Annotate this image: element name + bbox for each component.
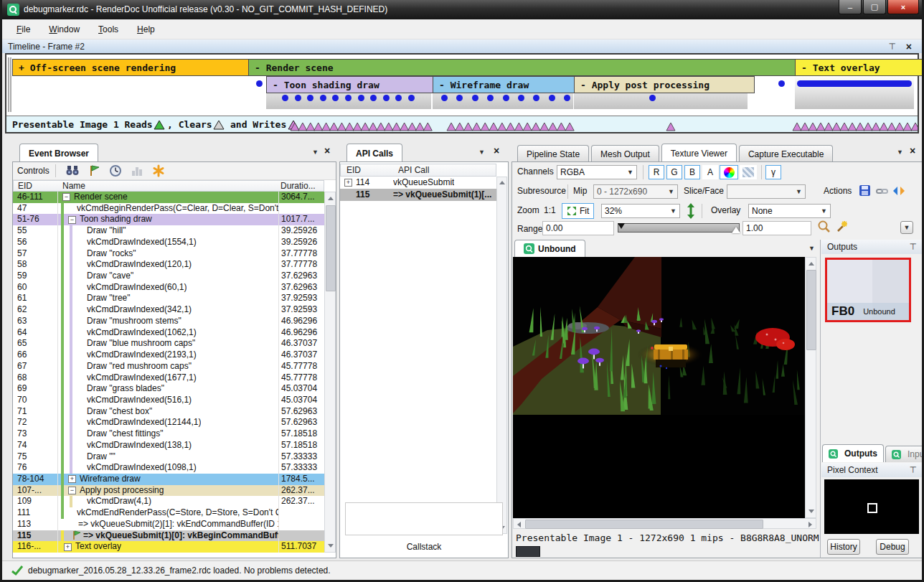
event-row[interactable]: 51-76−Toon shading draw1017.7... bbox=[13, 214, 324, 225]
tab-pipeline-state[interactable]: Pipeline State bbox=[517, 145, 589, 163]
timeline-bar[interactable]: - Render scene bbox=[248, 59, 801, 76]
channel-g-button[interactable]: G bbox=[666, 165, 682, 179]
debug-button[interactable]: Debug bbox=[876, 539, 909, 555]
minimize-button[interactable]: – bbox=[839, 0, 862, 14]
api-calls-column-header[interactable]: EID API Call bbox=[340, 164, 496, 177]
event-row[interactable]: 71Draw "chest box"57.62963 bbox=[13, 406, 324, 418]
right-panel-menu-caret-icon[interactable]: ▼ bbox=[897, 149, 903, 156]
tab-api-calls[interactable]: API Calls bbox=[346, 144, 402, 162]
close-icon[interactable]: × bbox=[906, 43, 912, 50]
right-panel-close-icon[interactable]: × bbox=[910, 147, 915, 154]
event-row[interactable]: 62vkCmdDrawIndexed(342,1)37.92593 bbox=[13, 304, 324, 316]
save-icon[interactable] bbox=[858, 184, 872, 198]
event-row[interactable]: 109vkCmdDraw(4,1)262.37... bbox=[13, 496, 324, 507]
event-row[interactable]: 116-...+Text overlay511.7037 bbox=[13, 541, 324, 553]
event-browser-column-header[interactable]: EID Name Duratio... bbox=[13, 180, 324, 192]
texture-image-area[interactable] bbox=[513, 257, 805, 518]
timeline-grip[interactable] bbox=[8, 57, 9, 112]
event-row[interactable]: 69Draw "grass blades"45.03704 bbox=[13, 383, 324, 395]
fit-button[interactable]: Fit bbox=[562, 203, 594, 219]
event-row[interactable]: 63Draw "mushroom stems"46.96296 bbox=[13, 316, 324, 327]
slice-face-dropdown[interactable]: ▼ bbox=[727, 184, 806, 199]
expand-toggle[interactable]: + bbox=[64, 543, 72, 551]
zoom-range-icon[interactable] bbox=[817, 220, 831, 234]
api-calls-menu-caret-icon[interactable]: ▼ bbox=[478, 149, 485, 156]
preview-tabs-caret-icon[interactable]: ▼ bbox=[808, 245, 815, 252]
timeline-grip2[interactable] bbox=[10, 57, 11, 112]
timeline-bar[interactable]: - Text overlay bbox=[795, 59, 924, 76]
zoom-1to1-button[interactable]: 1:1 bbox=[544, 205, 556, 215]
event-row[interactable]: 107-...−Apply post processing262.37... bbox=[13, 485, 324, 497]
event-row[interactable]: 111vkCmdEndRenderPass(C=Store, D=Store, … bbox=[13, 507, 324, 519]
range-white-handle[interactable] bbox=[732, 227, 740, 233]
timeline-bar[interactable]: - Toon shading draw bbox=[266, 76, 438, 93]
pixel-context-pin-icon[interactable]: ⊤ bbox=[910, 465, 917, 475]
event-row[interactable]: 47vkCmdBeginRenderPass(C=Clear, D=Clear,… bbox=[13, 203, 324, 215]
autofit-wand-icon[interactable] bbox=[834, 220, 849, 234]
event-row[interactable]: 113=> vkQueueSubmit(2)[1]: vkEndCommandB… bbox=[13, 519, 324, 530]
color-wheel-icon[interactable] bbox=[720, 165, 738, 179]
api-calls-close-icon[interactable]: × bbox=[494, 147, 499, 154]
tab-texture-viewer[interactable]: Texture Viewer bbox=[661, 144, 737, 163]
goto-resource-icon[interactable] bbox=[892, 184, 906, 198]
event-row[interactable]: 66vkCmdDrawIndexed(2193,1)46.37037 bbox=[13, 349, 324, 361]
api-call-row[interactable]: +114vkQueueSubmit bbox=[340, 177, 496, 189]
texture-horizontal-scrollbar[interactable] bbox=[513, 518, 816, 529]
channels-dropdown[interactable]: RGBA▼ bbox=[557, 165, 637, 179]
flip-y-icon[interactable] bbox=[686, 203, 696, 219]
close-button[interactable]: × bbox=[887, 0, 919, 14]
event-browser-menu-caret-icon[interactable]: ▼ bbox=[312, 149, 319, 156]
history-button[interactable]: History bbox=[827, 539, 860, 555]
zoom-dropdown[interactable]: 32%▼ bbox=[601, 204, 680, 218]
channel-r-button[interactable]: R bbox=[649, 165, 664, 179]
texture-vertical-scrollbar[interactable] bbox=[805, 257, 816, 518]
event-row[interactable]: 64vkCmdDrawIndexed(1062,1)46.96296 bbox=[13, 327, 324, 339]
range-min-input[interactable]: 0.00 bbox=[542, 221, 614, 235]
checker-background-icon[interactable] bbox=[740, 165, 757, 179]
output-thumbnail-fb0[interactable]: FB0 Unbound bbox=[825, 258, 911, 322]
event-row[interactable]: 76vkCmdDrawIndexed(1098,1)57.33333 bbox=[13, 462, 324, 474]
api-calls-scrollbar[interactable] bbox=[496, 177, 507, 534]
find-icon[interactable] bbox=[65, 164, 80, 177]
time-icon[interactable] bbox=[108, 164, 123, 177]
range-max-input[interactable]: 1.00 bbox=[742, 221, 811, 235]
overlay-dropdown[interactable]: None▼ bbox=[748, 204, 831, 218]
api-call-row[interactable]: 115=> vkQueueSubmit(1)[... bbox=[340, 189, 496, 201]
expand-toggle[interactable]: + bbox=[344, 179, 352, 187]
expand-toggle[interactable]: − bbox=[62, 193, 70, 201]
expand-toggle[interactable]: − bbox=[68, 487, 76, 494]
event-row[interactable]: 65Draw "blue mushroom caps"46.37037 bbox=[13, 338, 324, 349]
tab-outputs[interactable]: Outputs bbox=[822, 444, 884, 462]
event-row[interactable]: 75Draw ""57.33333 bbox=[13, 451, 324, 463]
event-row[interactable]: 67Draw "red mushroom caps"45.77778 bbox=[13, 361, 324, 372]
expand-toggle[interactable]: + bbox=[68, 475, 76, 483]
event-row[interactable]: 72vkCmdDrawIndexed(12144,1)57.62963 bbox=[13, 417, 324, 428]
event-row[interactable]: 61Draw "tree"37.92593 bbox=[13, 293, 324, 304]
event-row[interactable]: 46-111−Render scene3064.7... bbox=[13, 192, 324, 203]
maximize-button[interactable]: ▢ bbox=[863, 0, 886, 14]
pixel-context-view[interactable] bbox=[824, 479, 919, 534]
event-row[interactable]: 70vkCmdDrawIndexed(516,1)45.03704 bbox=[13, 395, 324, 406]
event-browser-close-icon[interactable]: × bbox=[324, 147, 330, 154]
event-row[interactable]: 60vkCmdDrawIndexed(60,1)37.62963 bbox=[13, 282, 324, 294]
tab-unbound[interactable]: Unbound bbox=[514, 240, 585, 257]
channel-b-button[interactable]: B bbox=[684, 165, 700, 179]
tab-capture-executable[interactable]: Capture Executable bbox=[739, 145, 833, 163]
tab-mesh-output[interactable]: Mesh Output bbox=[591, 145, 659, 163]
range-black-handle[interactable] bbox=[618, 223, 625, 229]
toolbar-overflow-button[interactable]: ▼ bbox=[900, 221, 913, 234]
gamma-button[interactable]: γ bbox=[765, 165, 781, 179]
expand-toggle[interactable]: − bbox=[68, 216, 76, 224]
menu-file[interactable]: File bbox=[16, 24, 30, 34]
timeline-bar[interactable]: - Apply post processing bbox=[574, 76, 755, 93]
tab-event-browser[interactable]: Event Browser bbox=[19, 144, 98, 162]
event-row[interactable]: 58vkCmdDrawIndexed(120,1)37.77778 bbox=[13, 259, 324, 271]
stats-icon[interactable] bbox=[130, 164, 144, 177]
event-row[interactable]: 78-104+Wireframe draw1784.5... bbox=[13, 474, 324, 485]
range-slider[interactable] bbox=[618, 223, 740, 233]
event-row[interactable]: 59Draw "cave"37.62963 bbox=[13, 271, 324, 282]
link-icon[interactable] bbox=[875, 184, 890, 198]
event-row[interactable]: 57Draw "rocks"37.77778 bbox=[13, 248, 324, 260]
menu-help[interactable]: Help bbox=[137, 24, 155, 34]
timeline-bar[interactable]: - Wireframe draw bbox=[433, 76, 580, 93]
